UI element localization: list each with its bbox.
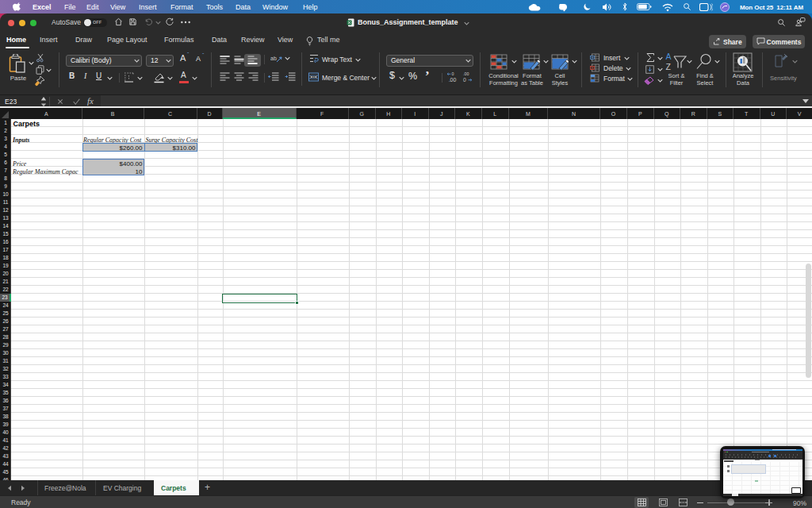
svg-text:0: 0 bbox=[451, 71, 454, 76]
svg-text:.00: .00 bbox=[463, 71, 469, 76]
svg-text:.00: .00 bbox=[449, 77, 457, 83]
svg-text:Z: Z bbox=[666, 62, 672, 71]
svg-text:A: A bbox=[666, 52, 672, 61]
svg-text:ab: ab bbox=[270, 56, 277, 61]
svg-text:0: 0 bbox=[463, 77, 466, 83]
